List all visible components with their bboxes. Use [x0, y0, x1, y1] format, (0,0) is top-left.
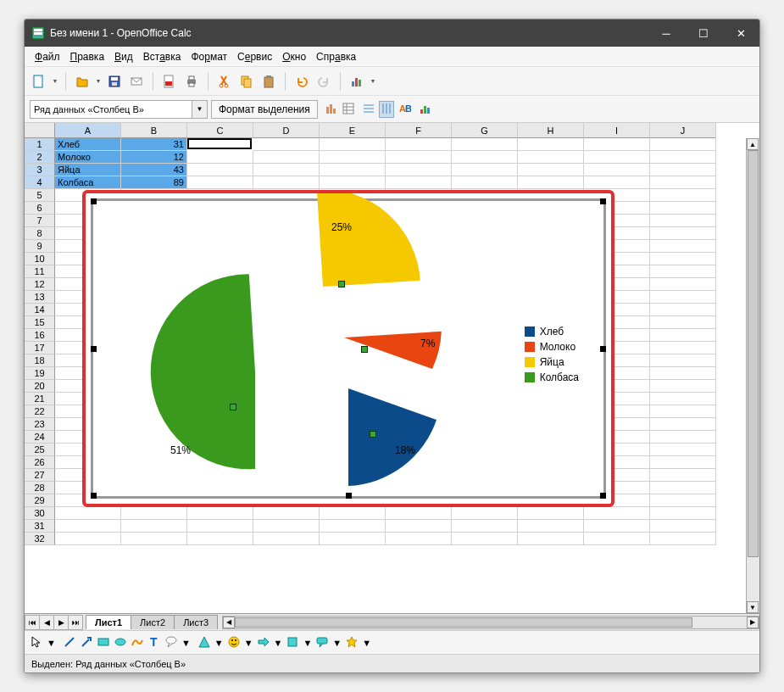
row-header-1[interactable]: 1: [25, 138, 55, 151]
cell[interactable]: [650, 444, 716, 456]
row-header-18[interactable]: 18: [25, 354, 55, 367]
cell[interactable]: [584, 138, 650, 151]
row-header-7[interactable]: 7: [25, 215, 55, 227]
col-header-H[interactable]: H: [518, 123, 584, 138]
scroll-down-arrow[interactable]: ▼: [747, 601, 759, 613]
menu-help[interactable]: Справка: [311, 48, 361, 65]
cell[interactable]: [253, 533, 320, 545]
symbol-shapes-icon[interactable]: [227, 635, 241, 650]
cut-icon[interactable]: [215, 72, 234, 91]
legend-item[interactable]: Яйца: [525, 356, 579, 368]
menu-edit[interactable]: Правка: [65, 48, 110, 65]
cell[interactable]: [386, 176, 452, 189]
open-dropdown[interactable]: ▼: [95, 78, 102, 84]
stars-icon[interactable]: [345, 635, 359, 650]
cell[interactable]: [386, 138, 452, 151]
cell[interactable]: [650, 431, 716, 444]
cell[interactable]: [650, 227, 716, 240]
row-header-13[interactable]: 13: [25, 291, 55, 304]
paste-icon[interactable]: [259, 72, 278, 91]
print-icon[interactable]: [182, 72, 201, 91]
menu-insert[interactable]: Вставка: [138, 48, 186, 65]
data-handle-eggs[interactable]: [338, 281, 345, 287]
pie-slice-sausage[interactable]: [151, 274, 255, 469]
row-header-25[interactable]: 25: [25, 444, 55, 456]
data-handle-sausage[interactable]: [230, 404, 236, 410]
cell[interactable]: [320, 164, 386, 176]
cell[interactable]: [518, 164, 584, 176]
row-header-6[interactable]: 6: [25, 202, 55, 215]
cell[interactable]: [187, 520, 253, 533]
cell[interactable]: [584, 520, 650, 533]
col-header-J[interactable]: J: [650, 123, 716, 138]
tab-next[interactable]: ▶: [53, 615, 69, 630]
cell[interactable]: [187, 507, 253, 520]
row-header-10[interactable]: 10: [25, 253, 55, 265]
cell[interactable]: [452, 164, 518, 176]
cell[interactable]: [187, 176, 253, 189]
cell[interactable]: [650, 469, 716, 482]
cell[interactable]: [650, 405, 716, 418]
cell[interactable]: [650, 520, 716, 533]
cell[interactable]: [650, 367, 716, 380]
select-all-corner[interactable]: [25, 123, 55, 138]
cell[interactable]: [55, 533, 121, 545]
chart-type-icon[interactable]: [325, 102, 338, 117]
cell[interactable]: 43: [121, 164, 187, 176]
cell[interactable]: [650, 507, 716, 520]
cell[interactable]: [55, 507, 121, 520]
cell[interactable]: [650, 253, 716, 265]
maximize-button[interactable]: ☐: [685, 20, 722, 47]
tab-last[interactable]: ⏭: [68, 615, 83, 630]
tab-first[interactable]: ⏮: [25, 615, 40, 630]
cell[interactable]: [121, 533, 187, 545]
row-header-3[interactable]: 3: [25, 164, 55, 176]
ellipse-icon[interactable]: [114, 635, 127, 650]
rect-icon[interactable]: [97, 635, 110, 650]
row-header-29[interactable]: 29: [25, 494, 55, 507]
cell[interactable]: [386, 520, 452, 533]
menu-file[interactable]: Файл: [30, 48, 65, 65]
col-header-B[interactable]: B: [121, 123, 187, 138]
cell[interactable]: [650, 316, 716, 329]
pdf-icon[interactable]: [160, 72, 179, 91]
row-header-14[interactable]: 14: [25, 304, 55, 316]
row-header-5[interactable]: 5: [25, 189, 55, 202]
callout-icon[interactable]: [164, 635, 178, 650]
text-icon[interactable]: T: [147, 635, 161, 650]
row-header-20[interactable]: 20: [25, 380, 55, 393]
cell[interactable]: [650, 304, 716, 316]
cell[interactable]: 12: [121, 151, 187, 164]
legend-item[interactable]: Молоко: [525, 341, 579, 353]
cell[interactable]: [650, 215, 716, 227]
row-header-19[interactable]: 19: [25, 367, 55, 380]
data-handle-milk[interactable]: [361, 346, 368, 353]
cell[interactable]: [386, 533, 452, 545]
email-icon[interactable]: [127, 72, 146, 91]
cell[interactable]: [452, 138, 518, 151]
cell[interactable]: [584, 176, 650, 189]
save-icon[interactable]: [105, 72, 124, 91]
col-header-G[interactable]: G: [452, 123, 518, 138]
col-header-I[interactable]: I: [584, 123, 650, 138]
element-selector[interactable]: ▼: [30, 100, 208, 119]
hgrid-icon[interactable]: [362, 102, 375, 117]
cell[interactable]: [650, 393, 716, 405]
line-icon[interactable]: [63, 635, 76, 650]
cell[interactable]: [518, 520, 584, 533]
vertical-scrollbar[interactable]: ▲ ▼: [746, 138, 759, 613]
cell[interactable]: Колбаса: [55, 176, 121, 189]
cell[interactable]: [386, 164, 452, 176]
cell[interactable]: [55, 520, 121, 533]
menu-view[interactable]: Вид: [109, 48, 138, 65]
sheet-tab[interactable]: Лист1: [86, 615, 131, 629]
row-header-9[interactable]: 9: [25, 240, 55, 253]
format-selection-button[interactable]: Формат выделения: [211, 100, 318, 119]
row-header-15[interactable]: 15: [25, 316, 55, 329]
sheet-tab[interactable]: Лист2: [131, 615, 175, 629]
row-header-16[interactable]: 16: [25, 329, 55, 342]
row-header-11[interactable]: 11: [25, 265, 55, 278]
new-icon[interactable]: [30, 72, 48, 91]
row-header-17[interactable]: 17: [25, 342, 55, 354]
col-header-D[interactable]: D: [253, 123, 320, 138]
